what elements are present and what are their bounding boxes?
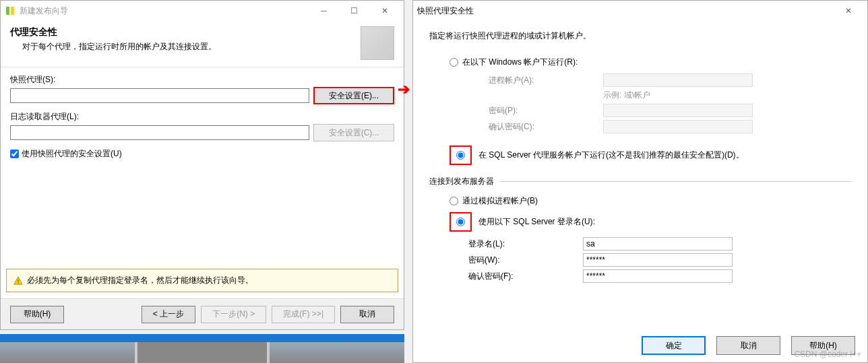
next-button: 下一步(N) > [201, 306, 266, 323]
page-subtitle: 对于每个代理，指定运行时所用的帐户及其连接设置。 [10, 41, 361, 53]
sql-agent-label: 在 SQL Server 代理服务帐户下运行(这不是我们推荐的最佳安全配置)(D… [478, 150, 744, 161]
windows-account-label: 在以下 Windows 帐户下运行(R): [462, 57, 578, 68]
svg-rect-1 [11, 7, 14, 15]
background-decoration [0, 334, 404, 363]
security-settings-e-button[interactable]: 安全设置(E)... [313, 87, 394, 104]
ok-button[interactable]: 确定 [642, 336, 706, 355]
finish-button: 完成(F) >>| [272, 306, 335, 323]
back-button[interactable]: < 上一步 [142, 306, 195, 323]
annotation-highlight-2 [450, 212, 472, 232]
security-dialog: 快照代理安全性 ✕ 指定将运行快照代理进程的域或计算机帐户。 在以下 Windo… [412, 0, 868, 363]
windows-account-radio[interactable] [450, 58, 458, 67]
connect-publisher-fieldset: 连接到发布服务器 通过模拟进程帐户(B) 使用以下 SQL Server 登录名… [429, 176, 851, 286]
maximize-button[interactable]: ☐ [339, 1, 369, 20]
close-button[interactable]: ✕ [369, 1, 400, 20]
sql-login-radio[interactable] [456, 218, 465, 226]
login-confirm-input[interactable] [583, 269, 733, 283]
dialog-help-button[interactable]: 帮助(H) [791, 336, 855, 355]
svg-rect-0 [6, 7, 9, 15]
login-name-label: 登录名(L): [468, 238, 576, 250]
sql-agent-radio[interactable] [456, 151, 465, 160]
use-snapshot-security-checkbox[interactable] [10, 150, 19, 158]
impersonate-radio[interactable] [450, 197, 458, 205]
process-account-label: 进程帐户(A): [489, 75, 596, 86]
dialog-cancel-button[interactable]: 取消 [716, 336, 780, 355]
confirm-password-input [603, 120, 753, 133]
security-settings-c-button: 安全设置(C)... [313, 124, 394, 141]
password-input [603, 104, 753, 117]
account-hint: 示例: 域\帐户 [603, 90, 650, 101]
login-password-label: 密码(W): [468, 255, 576, 266]
dialog-description: 指定将运行快照代理进程的域或计算机帐户。 [429, 30, 851, 42]
warning-bar: ! 必须先为每个复制代理指定登录名，然后才能继续执行该向导。 [6, 269, 398, 292]
sql-login-label: 使用以下 SQL Server 登录名(U): [478, 216, 595, 228]
fieldset-legend: 连接到发布服务器 [429, 176, 499, 187]
header-graphic [361, 26, 394, 60]
warning-icon: ! [13, 276, 23, 286]
minimize-button[interactable]: ─ [309, 1, 339, 20]
dialog-close-button[interactable]: ✕ [833, 1, 863, 20]
login-confirm-label: 确认密码(F): [468, 271, 576, 282]
titlebar: 新建发布向导 ─ ☐ ✕ [1, 1, 404, 21]
login-password-input[interactable] [583, 253, 733, 267]
impersonate-label: 通过模拟进程帐户(B) [462, 195, 538, 207]
use-snapshot-security-label: 使用快照代理的安全设置(U) [22, 148, 122, 160]
page-title: 代理安全性 [10, 26, 361, 38]
login-name-input[interactable] [583, 237, 733, 251]
logreader-agent-label: 日志读取器代理(L): [10, 111, 394, 123]
dialog-title: 快照代理安全性 [417, 5, 833, 17]
wizard-footer: 帮助(H) < 上一步 下一步(N) > 完成(F) >>| 取消 [1, 298, 404, 329]
cancel-button[interactable]: 取消 [340, 306, 394, 323]
dialog-titlebar: 快照代理安全性 ✕ [413, 1, 867, 21]
help-button[interactable]: 帮助(H) [10, 306, 64, 323]
annotation-highlight-1 [450, 145, 472, 165]
snapshot-agent-input[interactable] [10, 88, 309, 103]
window-title: 新建发布向导 [20, 5, 309, 17]
snapshot-agent-label: 快照代理(S): [10, 74, 394, 86]
wizard-window: 新建发布向导 ─ ☐ ✕ 代理安全性 对于每个代理，指定运行时所用的帐户及其连接… [0, 0, 404, 330]
password-label: 密码(P): [489, 105, 596, 117]
process-account-input [603, 73, 753, 87]
svg-text:!: ! [18, 277, 19, 284]
dialog-footer: 确定 取消 帮助(H) [413, 329, 867, 362]
warning-text: 必须先为每个复制代理指定登录名，然后才能继续执行该向导。 [27, 275, 253, 286]
logreader-agent-input[interactable] [10, 125, 309, 140]
wizard-header: 代理安全性 对于每个代理，指定运行时所用的帐户及其连接设置。 [1, 21, 404, 67]
confirm-password-label: 确认密码(C): [489, 121, 596, 133]
annotation-arrow: ➔ [398, 81, 410, 98]
app-icon [5, 5, 16, 16]
